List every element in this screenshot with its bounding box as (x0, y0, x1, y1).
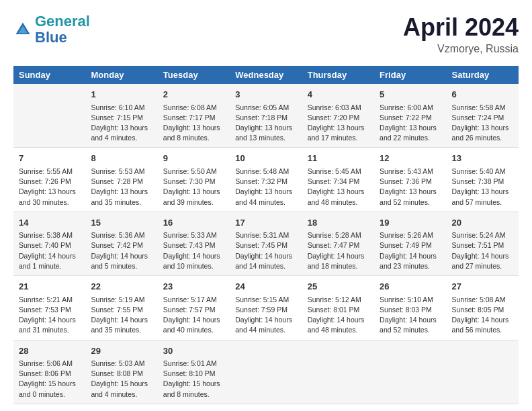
page-header: GeneralBlue April 2024 Vzmorye, Russia (13, 13, 519, 55)
calendar-table: SundayMondayTuesdayWednesdayThursdayFrid… (13, 66, 519, 404)
day-info: Sunrise: 5:10 AMSunset: 8:03 PMDaylight:… (380, 295, 441, 336)
calendar-cell: 13Sunrise: 5:40 AMSunset: 7:38 PMDayligh… (447, 148, 519, 212)
day-header-friday: Friday (374, 66, 446, 84)
calendar-cell: 22Sunrise: 5:19 AMSunset: 7:55 PMDayligh… (85, 276, 157, 340)
location: Vzmorye, Russia (403, 43, 519, 55)
day-number: 10 (235, 152, 296, 165)
day-number: 9 (163, 152, 224, 165)
calendar-cell: 10Sunrise: 5:48 AMSunset: 7:32 PMDayligh… (230, 148, 302, 212)
calendar-cell: 1Sunrise: 6:10 AMSunset: 7:15 PMDaylight… (85, 84, 157, 148)
week-row: 7Sunrise: 5:55 AMSunset: 7:26 PMDaylight… (13, 148, 519, 212)
day-info: Sunrise: 5:08 AMSunset: 8:05 PMDaylight:… (452, 295, 513, 336)
day-number: 21 (19, 280, 80, 293)
day-info: Sunrise: 5:40 AMSunset: 7:38 PMDaylight:… (452, 167, 513, 208)
week-row: 1Sunrise: 6:10 AMSunset: 7:15 PMDaylight… (13, 84, 519, 148)
day-info: Sunrise: 5:28 AMSunset: 7:47 PMDaylight:… (308, 230, 369, 271)
calendar-cell: 21Sunrise: 5:21 AMSunset: 7:53 PMDayligh… (13, 276, 85, 340)
title-block: April 2024 Vzmorye, Russia (403, 13, 519, 55)
calendar-cell: 11Sunrise: 5:45 AMSunset: 7:34 PMDayligh… (302, 148, 374, 212)
day-number: 11 (308, 152, 369, 165)
day-info: Sunrise: 5:53 AMSunset: 7:28 PMDaylight:… (91, 167, 152, 208)
day-info: Sunrise: 5:36 AMSunset: 7:42 PMDaylight:… (91, 230, 152, 271)
day-info: Sunrise: 6:05 AMSunset: 7:18 PMDaylight:… (235, 103, 296, 144)
calendar-cell: 24Sunrise: 5:15 AMSunset: 7:59 PMDayligh… (230, 276, 302, 340)
calendar-cell (13, 84, 85, 148)
day-number: 27 (452, 280, 513, 293)
day-header-tuesday: Tuesday (158, 66, 230, 84)
day-number: 16 (163, 216, 224, 230)
calendar-cell: 20Sunrise: 5:24 AMSunset: 7:51 PMDayligh… (447, 212, 519, 275)
week-row: 14Sunrise: 5:38 AMSunset: 7:40 PMDayligh… (13, 212, 519, 275)
day-header-saturday: Saturday (447, 66, 519, 84)
calendar-cell: 15Sunrise: 5:36 AMSunset: 7:42 PMDayligh… (85, 212, 157, 275)
day-info: Sunrise: 5:33 AMSunset: 7:43 PMDaylight:… (163, 230, 224, 271)
calendar-header-row: SundayMondayTuesdayWednesdayThursdayFrid… (13, 66, 519, 84)
day-number: 29 (91, 345, 152, 358)
day-number: 28 (19, 345, 80, 358)
calendar-cell (374, 340, 446, 404)
day-info: Sunrise: 5:26 AMSunset: 7:49 PMDaylight:… (380, 230, 441, 271)
day-info: Sunrise: 5:03 AMSunset: 8:08 PMDaylight:… (91, 359, 152, 400)
calendar-cell: 30Sunrise: 5:01 AMSunset: 8:10 PMDayligh… (158, 340, 230, 404)
day-info: Sunrise: 6:00 AMSunset: 7:22 PMDaylight:… (380, 103, 441, 144)
day-info: Sunrise: 6:03 AMSunset: 7:20 PMDaylight:… (308, 103, 369, 144)
day-info: Sunrise: 5:01 AMSunset: 8:10 PMDaylight:… (163, 359, 224, 400)
day-header-sunday: Sunday (13, 66, 85, 84)
day-number: 4 (308, 88, 369, 101)
day-info: Sunrise: 5:45 AMSunset: 7:34 PMDaylight:… (308, 167, 369, 208)
calendar-cell: 12Sunrise: 5:43 AMSunset: 7:36 PMDayligh… (374, 148, 446, 212)
week-row: 21Sunrise: 5:21 AMSunset: 7:53 PMDayligh… (13, 276, 519, 340)
day-info: Sunrise: 5:31 AMSunset: 7:45 PMDaylight:… (235, 230, 296, 271)
day-header-monday: Monday (85, 66, 157, 84)
day-number: 12 (380, 152, 441, 165)
calendar-cell (230, 340, 302, 404)
logo-text: GeneralBlue (35, 13, 90, 46)
day-number: 24 (235, 280, 296, 293)
calendar-cell: 16Sunrise: 5:33 AMSunset: 7:43 PMDayligh… (158, 212, 230, 275)
day-number: 20 (452, 216, 513, 230)
calendar-cell: 9Sunrise: 5:50 AMSunset: 7:30 PMDaylight… (158, 148, 230, 212)
calendar-cell: 25Sunrise: 5:12 AMSunset: 8:01 PMDayligh… (302, 276, 374, 340)
calendar-cell: 19Sunrise: 5:26 AMSunset: 7:49 PMDayligh… (374, 212, 446, 275)
day-info: Sunrise: 5:43 AMSunset: 7:36 PMDaylight:… (380, 167, 441, 208)
calendar-cell: 5Sunrise: 6:00 AMSunset: 7:22 PMDaylight… (374, 84, 446, 148)
day-number: 8 (91, 152, 152, 165)
day-number: 7 (19, 152, 80, 165)
day-number: 3 (235, 88, 296, 101)
calendar-cell: 6Sunrise: 5:58 AMSunset: 7:24 PMDaylight… (447, 84, 519, 148)
day-info: Sunrise: 5:21 AMSunset: 7:53 PMDaylight:… (19, 295, 80, 336)
day-info: Sunrise: 5:24 AMSunset: 7:51 PMDaylight:… (452, 230, 513, 271)
day-number: 1 (91, 88, 152, 101)
logo: GeneralBlue (13, 13, 90, 46)
calendar-cell: 26Sunrise: 5:10 AMSunset: 8:03 PMDayligh… (374, 276, 446, 340)
day-number: 22 (91, 280, 152, 293)
day-info: Sunrise: 5:06 AMSunset: 8:06 PMDaylight:… (19, 359, 80, 400)
day-info: Sunrise: 5:15 AMSunset: 7:59 PMDaylight:… (235, 295, 296, 336)
day-info: Sunrise: 5:17 AMSunset: 7:57 PMDaylight:… (163, 295, 224, 336)
day-info: Sunrise: 5:38 AMSunset: 7:40 PMDaylight:… (19, 230, 80, 271)
day-number: 25 (308, 280, 369, 293)
day-number: 14 (19, 216, 80, 230)
day-number: 13 (452, 152, 513, 165)
logo-icon (13, 20, 32, 39)
calendar-cell (447, 340, 519, 404)
day-info: Sunrise: 5:55 AMSunset: 7:26 PMDaylight:… (19, 167, 80, 208)
day-header-thursday: Thursday (302, 66, 374, 84)
calendar-cell: 29Sunrise: 5:03 AMSunset: 8:08 PMDayligh… (85, 340, 157, 404)
calendar-cell: 28Sunrise: 5:06 AMSunset: 8:06 PMDayligh… (13, 340, 85, 404)
calendar-cell: 2Sunrise: 6:08 AMSunset: 7:17 PMDaylight… (158, 84, 230, 148)
calendar-cell: 14Sunrise: 5:38 AMSunset: 7:40 PMDayligh… (13, 212, 85, 275)
month-year: April 2024 (403, 13, 519, 42)
day-number: 23 (163, 280, 224, 293)
calendar-cell: 3Sunrise: 6:05 AMSunset: 7:18 PMDaylight… (230, 84, 302, 148)
day-header-wednesday: Wednesday (230, 66, 302, 84)
week-row: 28Sunrise: 5:06 AMSunset: 8:06 PMDayligh… (13, 340, 519, 404)
day-info: Sunrise: 5:19 AMSunset: 7:55 PMDaylight:… (91, 295, 152, 336)
day-info: Sunrise: 5:50 AMSunset: 7:30 PMDaylight:… (163, 167, 224, 208)
calendar-cell: 18Sunrise: 5:28 AMSunset: 7:47 PMDayligh… (302, 212, 374, 275)
calendar-cell: 17Sunrise: 5:31 AMSunset: 7:45 PMDayligh… (230, 212, 302, 275)
calendar-cell: 7Sunrise: 5:55 AMSunset: 7:26 PMDaylight… (13, 148, 85, 212)
day-info: Sunrise: 5:12 AMSunset: 8:01 PMDaylight:… (308, 295, 369, 336)
calendar-cell (302, 340, 374, 404)
day-number: 5 (380, 88, 441, 101)
